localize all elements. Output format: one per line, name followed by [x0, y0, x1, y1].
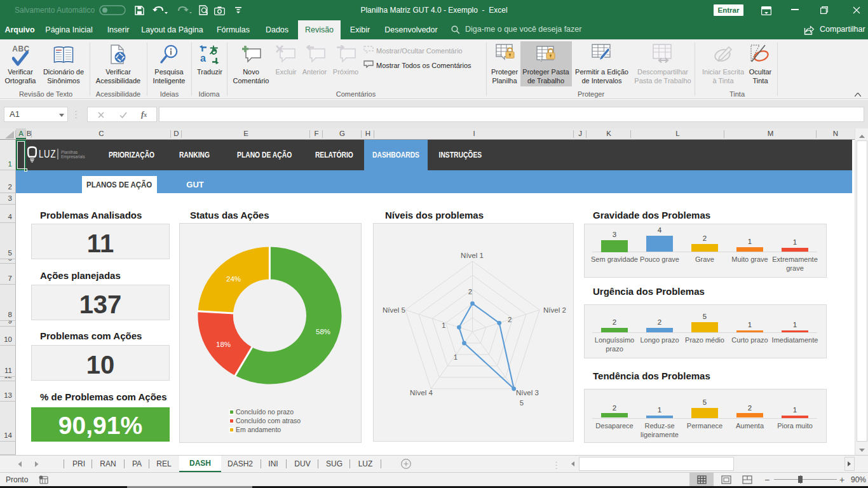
svg-text:a: a: [200, 53, 206, 64]
